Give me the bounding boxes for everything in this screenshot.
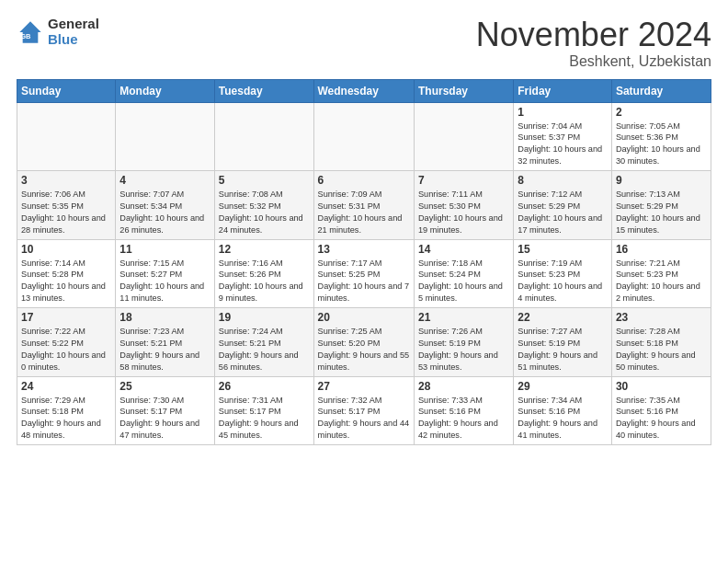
day-number: 28 <box>418 380 509 393</box>
day-number: 24 <box>21 380 111 393</box>
calendar-cell: 25Sunrise: 7:30 AM Sunset: 5:17 PM Dayli… <box>116 376 214 445</box>
day-info: Sunrise: 7:27 AM Sunset: 5:19 PM Dayligh… <box>518 326 608 373</box>
day-info: Sunrise: 7:21 AM Sunset: 5:23 PM Dayligh… <box>616 258 707 305</box>
day-info: Sunrise: 7:12 AM Sunset: 5:29 PM Dayligh… <box>518 189 608 236</box>
day-number: 11 <box>119 243 210 256</box>
weekday-header: Wednesday <box>313 79 414 102</box>
day-info: Sunrise: 7:16 AM Sunset: 5:26 PM Dayligh… <box>219 258 310 305</box>
logo-blue: Blue <box>48 32 99 48</box>
weekday-header: Saturday <box>611 79 711 102</box>
day-info: Sunrise: 7:05 AM Sunset: 5:36 PM Dayligh… <box>616 121 707 168</box>
day-info: Sunrise: 7:09 AM Sunset: 5:31 PM Dayligh… <box>318 189 410 236</box>
day-number: 26 <box>219 380 310 393</box>
day-number: 15 <box>518 243 608 256</box>
calendar-cell: 26Sunrise: 7:31 AM Sunset: 5:17 PM Dayli… <box>214 376 313 445</box>
day-info: Sunrise: 7:22 AM Sunset: 5:22 PM Dayligh… <box>21 326 111 373</box>
calendar-cell: 29Sunrise: 7:34 AM Sunset: 5:16 PM Dayli… <box>514 376 612 445</box>
day-number: 20 <box>318 311 410 324</box>
day-number: 29 <box>518 380 608 393</box>
day-number: 4 <box>119 174 210 187</box>
logo-icon: GB <box>17 18 44 46</box>
day-info: Sunrise: 7:14 AM Sunset: 5:28 PM Dayligh… <box>21 258 111 305</box>
day-info: Sunrise: 7:25 AM Sunset: 5:20 PM Dayligh… <box>318 326 410 373</box>
calendar-cell: 18Sunrise: 7:23 AM Sunset: 5:21 PM Dayli… <box>116 308 214 377</box>
day-info: Sunrise: 7:33 AM Sunset: 5:16 PM Dayligh… <box>418 395 509 442</box>
day-number: 21 <box>418 311 509 324</box>
calendar-week-row: 24Sunrise: 7:29 AM Sunset: 5:18 PM Dayli… <box>17 376 711 445</box>
calendar-cell: 21Sunrise: 7:26 AM Sunset: 5:19 PM Dayli… <box>414 308 513 377</box>
day-number: 18 <box>119 311 210 324</box>
day-number: 10 <box>21 243 111 256</box>
day-info: Sunrise: 7:15 AM Sunset: 5:27 PM Dayligh… <box>119 258 210 305</box>
calendar-cell: 13Sunrise: 7:17 AM Sunset: 5:25 PM Dayli… <box>313 239 414 308</box>
day-number: 7 <box>418 174 509 187</box>
calendar-cell <box>17 102 116 171</box>
calendar-cell: 7Sunrise: 7:11 AM Sunset: 5:30 PM Daylig… <box>414 171 513 240</box>
day-info: Sunrise: 7:06 AM Sunset: 5:35 PM Dayligh… <box>21 189 111 236</box>
day-number: 19 <box>219 311 310 324</box>
logo-general: General <box>48 17 99 32</box>
calendar-cell <box>313 102 414 171</box>
calendar-cell: 3Sunrise: 7:06 AM Sunset: 5:35 PM Daylig… <box>17 171 116 240</box>
calendar-cell: 9Sunrise: 7:13 AM Sunset: 5:29 PM Daylig… <box>611 171 711 240</box>
calendar-cell: 1Sunrise: 7:04 AM Sunset: 5:37 PM Daylig… <box>514 102 612 171</box>
calendar-cell: 19Sunrise: 7:24 AM Sunset: 5:21 PM Dayli… <box>214 308 313 377</box>
title-block: November 2024 Beshkent, Uzbekistan <box>476 17 711 70</box>
day-number: 14 <box>418 243 509 256</box>
calendar-cell: 4Sunrise: 7:07 AM Sunset: 5:34 PM Daylig… <box>116 171 214 240</box>
day-number: 1 <box>518 106 608 119</box>
weekday-header: Monday <box>116 79 214 102</box>
month-title: November 2024 <box>476 17 711 53</box>
weekday-header: Tuesday <box>214 79 313 102</box>
calendar-cell <box>116 102 214 171</box>
day-info: Sunrise: 7:24 AM Sunset: 5:21 PM Dayligh… <box>219 326 310 373</box>
calendar-cell: 28Sunrise: 7:33 AM Sunset: 5:16 PM Dayli… <box>414 376 513 445</box>
day-number: 22 <box>518 311 608 324</box>
day-info: Sunrise: 7:23 AM Sunset: 5:21 PM Dayligh… <box>119 326 210 373</box>
day-info: Sunrise: 7:31 AM Sunset: 5:17 PM Dayligh… <box>219 395 310 442</box>
calendar-cell: 24Sunrise: 7:29 AM Sunset: 5:18 PM Dayli… <box>17 376 116 445</box>
day-number: 5 <box>219 174 310 187</box>
calendar-cell: 2Sunrise: 7:05 AM Sunset: 5:36 PM Daylig… <box>611 102 711 171</box>
location: Beshkent, Uzbekistan <box>476 53 711 70</box>
calendar-week-row: 3Sunrise: 7:06 AM Sunset: 5:35 PM Daylig… <box>17 171 711 240</box>
calendar-header-row: SundayMondayTuesdayWednesdayThursdayFrid… <box>17 79 711 102</box>
calendar-cell: 14Sunrise: 7:18 AM Sunset: 5:24 PM Dayli… <box>414 239 513 308</box>
header: GB General Blue November 2024 Beshkent, … <box>17 17 711 70</box>
calendar-table: SundayMondayTuesdayWednesdayThursdayFrid… <box>17 79 711 446</box>
day-info: Sunrise: 7:11 AM Sunset: 5:30 PM Dayligh… <box>418 189 509 236</box>
calendar-cell: 8Sunrise: 7:12 AM Sunset: 5:29 PM Daylig… <box>514 171 612 240</box>
day-number: 30 <box>616 380 707 393</box>
weekday-header: Sunday <box>17 79 116 102</box>
calendar-cell: 20Sunrise: 7:25 AM Sunset: 5:20 PM Dayli… <box>313 308 414 377</box>
day-info: Sunrise: 7:18 AM Sunset: 5:24 PM Dayligh… <box>418 258 509 305</box>
day-number: 25 <box>119 380 210 393</box>
calendar-cell: 11Sunrise: 7:15 AM Sunset: 5:27 PM Dayli… <box>116 239 214 308</box>
day-number: 9 <box>616 174 707 187</box>
day-number: 13 <box>318 243 410 256</box>
calendar-week-row: 1Sunrise: 7:04 AM Sunset: 5:37 PM Daylig… <box>17 102 711 171</box>
day-number: 12 <box>219 243 310 256</box>
day-info: Sunrise: 7:35 AM Sunset: 5:16 PM Dayligh… <box>616 395 707 442</box>
weekday-header: Friday <box>514 79 612 102</box>
day-number: 8 <box>518 174 608 187</box>
svg-text:GB: GB <box>20 31 31 40</box>
calendar-cell: 27Sunrise: 7:32 AM Sunset: 5:17 PM Dayli… <box>313 376 414 445</box>
calendar-cell: 10Sunrise: 7:14 AM Sunset: 5:28 PM Dayli… <box>17 239 116 308</box>
day-info: Sunrise: 7:17 AM Sunset: 5:25 PM Dayligh… <box>318 258 410 305</box>
page: GB General Blue November 2024 Beshkent, … <box>0 0 728 462</box>
day-info: Sunrise: 7:32 AM Sunset: 5:17 PM Dayligh… <box>318 395 410 442</box>
day-number: 6 <box>318 174 410 187</box>
calendar-cell: 5Sunrise: 7:08 AM Sunset: 5:32 PM Daylig… <box>214 171 313 240</box>
day-info: Sunrise: 7:08 AM Sunset: 5:32 PM Dayligh… <box>219 189 310 236</box>
day-number: 27 <box>318 380 410 393</box>
calendar-cell <box>414 102 513 171</box>
weekday-header: Thursday <box>414 79 513 102</box>
day-info: Sunrise: 7:34 AM Sunset: 5:16 PM Dayligh… <box>518 395 608 442</box>
calendar-cell: 15Sunrise: 7:19 AM Sunset: 5:23 PM Dayli… <box>514 239 612 308</box>
calendar-cell: 30Sunrise: 7:35 AM Sunset: 5:16 PM Dayli… <box>611 376 711 445</box>
calendar-cell: 6Sunrise: 7:09 AM Sunset: 5:31 PM Daylig… <box>313 171 414 240</box>
day-info: Sunrise: 7:13 AM Sunset: 5:29 PM Dayligh… <box>616 189 707 236</box>
calendar-cell: 12Sunrise: 7:16 AM Sunset: 5:26 PM Dayli… <box>214 239 313 308</box>
day-number: 3 <box>21 174 111 187</box>
